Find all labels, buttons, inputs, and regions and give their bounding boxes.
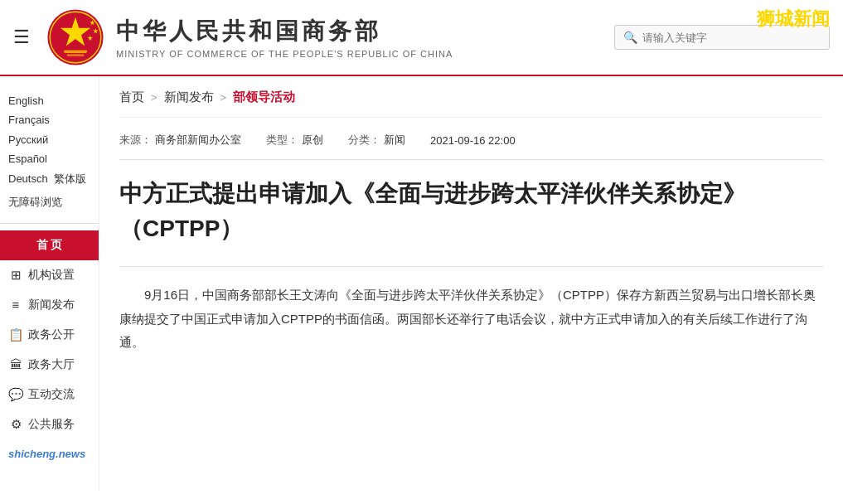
news-icon: ≡ <box>8 298 23 313</box>
article-meta: 来源： 商务部新闻办公室 类型： 原创 分类： 新闻 2021-09-16 22… <box>119 126 823 160</box>
sidebar-home-label: 首 页 <box>36 238 63 253</box>
sidebar-gov-hall-label: 政务大厅 <box>28 357 75 372</box>
search-input[interactable] <box>642 32 821 44</box>
meta-date: 2021-09-16 22:00 <box>430 134 516 147</box>
site-title-cn: 中华人民共和国商务部 <box>116 16 453 47</box>
gov-hall-icon: 🏛 <box>8 357 23 372</box>
brand-watermark: 狮城新闻 <box>757 7 830 32</box>
meta-category-label: 分类： <box>348 133 380 148</box>
lang-english[interactable]: English <box>8 94 44 107</box>
main-layout: English Français Русский Español Deutsch… <box>0 76 843 491</box>
page-header: ☰ 中华人民共和国商务部 MINISTRY OF COMMERCE OF THE… <box>0 0 843 76</box>
main-content: 首页 > 新闻发布 > 部领导活动 来源： 商务部新闻办公室 类型： 原创 分类… <box>99 76 843 491</box>
search-icon: 🔍 <box>623 31 637 44</box>
meta-source-label: 来源： <box>119 133 152 148</box>
meta-type-value: 原创 <box>302 133 323 148</box>
svg-rect-7 <box>67 54 85 56</box>
sidebar-item-home[interactable]: 首 页 <box>0 230 99 260</box>
article-divider <box>119 266 823 267</box>
sidebar: English Français Русский Español Deutsch… <box>0 76 99 491</box>
lang-spanish[interactable]: Español <box>8 153 47 165</box>
sidebar-item-gov-open[interactable]: 📋 政务公开 <box>0 320 99 350</box>
interact-icon: 💬 <box>8 387 23 402</box>
sidebar-nav: 首 页 ⊞ 机构设置 ≡ 新闻发布 📋 政务公开 🏛 政务大厅 💬 互动交流 <box>0 230 99 439</box>
site-title-en: MINISTRY OF COMMERCE OF THE PEOPLE'S REP… <box>116 49 453 59</box>
meta-source-value: 商务部新闻办公室 <box>155 133 241 148</box>
sidebar-public-label: 公共服务 <box>28 417 75 432</box>
meta-type-label: 类型： <box>266 133 298 148</box>
article-body: 9月16日，中国商务部部长王文涛向《全面与进步跨太平洋伙伴关系协定》（CPTPP… <box>119 284 823 355</box>
sidebar-item-public[interactable]: ⚙ 公共服务 <box>0 410 99 439</box>
sidebar-item-org[interactable]: ⊞ 机构设置 <box>0 260 99 290</box>
lang-german[interactable]: Deutsch <box>8 172 48 185</box>
lang-russian[interactable]: Русский <box>8 133 48 146</box>
sidebar-item-interact[interactable]: 💬 互动交流 <box>0 380 99 410</box>
breadcrumb-news[interactable]: 新闻发布 <box>164 90 214 105</box>
breadcrumb-sep-1: > <box>151 91 157 104</box>
meta-type: 类型： 原创 <box>266 133 323 148</box>
public-icon: ⚙ <box>8 417 23 432</box>
sidebar-item-news[interactable]: ≡ 新闻发布 <box>0 290 99 320</box>
meta-category-value: 新闻 <box>384 133 405 148</box>
sidebar-footer-brand: shicheng.news <box>0 439 99 468</box>
breadcrumb-home[interactable]: 首页 <box>119 90 144 105</box>
org-icon: ⊞ <box>8 268 23 283</box>
site-title-block: 中华人民共和国商务部 MINISTRY OF COMMERCE OF THE P… <box>116 16 453 59</box>
menu-icon[interactable]: ☰ <box>13 28 30 46</box>
sidebar-item-gov-hall[interactable]: 🏛 政务大厅 <box>0 350 99 380</box>
sidebar-org-label: 机构设置 <box>28 268 75 283</box>
sidebar-news-label: 新闻发布 <box>28 298 75 313</box>
lang-traditional[interactable]: 繁体版 <box>54 172 86 185</box>
sidebar-gov-open-label: 政务公开 <box>28 327 75 342</box>
meta-category: 分类： 新闻 <box>348 133 405 148</box>
breadcrumb: 首页 > 新闻发布 > 部领导活动 <box>119 76 823 118</box>
meta-date-value: 2021-09-16 22:00 <box>430 134 516 147</box>
breadcrumb-current: 部领导活动 <box>233 90 295 105</box>
accessibility-link[interactable]: 无障碍浏览 <box>8 196 62 208</box>
article-title: 中方正式提出申请加入《全面与进步跨太平洋伙伴关系协定》（CPTPP） <box>119 177 823 246</box>
meta-source: 来源： 商务部新闻办公室 <box>119 133 241 148</box>
gov-open-icon: 📋 <box>8 327 23 342</box>
lang-francais[interactable]: Français <box>8 114 50 126</box>
sidebar-divider <box>0 223 99 224</box>
language-block: English Français Русский Español Deutsch… <box>0 85 99 191</box>
sidebar-interact-label: 互动交流 <box>28 387 75 402</box>
svg-rect-6 <box>64 50 87 53</box>
logo <box>46 8 104 66</box>
breadcrumb-sep-2: > <box>220 91 227 104</box>
